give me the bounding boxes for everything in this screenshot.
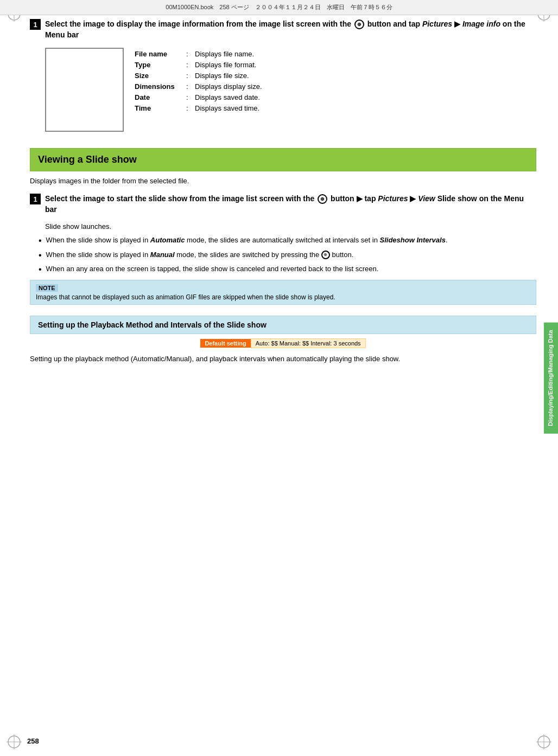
header-text: 00M1000EN.book 258 ページ ２００４年１１月２４日 水曜日 午… bbox=[166, 3, 392, 11]
value-filename: Displays file name. bbox=[195, 50, 262, 58]
note-text: Images that cannot be displayed such as … bbox=[36, 293, 530, 301]
colon-dimensions: : bbox=[186, 82, 195, 91]
section-slideshow-header: Viewing a Slide show bbox=[30, 148, 536, 171]
info-row-date: Date : Displays saved date. bbox=[135, 93, 262, 101]
colon-date: : bbox=[186, 93, 195, 101]
step1-number: 1 bbox=[30, 19, 41, 30]
label-date: Date bbox=[135, 93, 186, 101]
default-setting-badge: Default setting bbox=[200, 339, 250, 348]
bullet-dot-1: • bbox=[39, 235, 42, 246]
bullet-item-1: • When the slide show is played in Autom… bbox=[39, 235, 536, 246]
launch-text: Slide show launches. bbox=[45, 222, 536, 230]
bullet-text-3: When an any area on the screen is tapped… bbox=[46, 264, 536, 274]
section-slideshow-title: Viewing a Slide show bbox=[38, 154, 137, 165]
section-playback-header: Setting up the Playback Method and Inter… bbox=[30, 316, 536, 334]
nav-icon-3: ⊕ bbox=[321, 251, 330, 259]
info-row-dimensions: Dimensions : Displays display size. bbox=[135, 82, 262, 91]
pictures-italic-2: Pictures bbox=[378, 194, 408, 203]
step2-number: 1 bbox=[30, 194, 41, 204]
bullet-list: • When the slide show is played in Autom… bbox=[39, 235, 536, 274]
nav-icon-2: ⊕ bbox=[318, 194, 327, 204]
bullet-text-1: When the slide show is played in Automat… bbox=[46, 235, 536, 246]
info-row-size: Size : Displays file size. bbox=[135, 72, 262, 80]
image-info-italic: Image info bbox=[462, 20, 500, 28]
corner-mark-br bbox=[536, 734, 551, 749]
colon-size: : bbox=[186, 72, 195, 80]
default-setting-bar: Default setting Auto: $$ Manual: $$ Inte… bbox=[30, 338, 536, 348]
label-type: Type bbox=[135, 61, 186, 69]
step1-header: 1 Select the image to display the image … bbox=[30, 19, 536, 40]
note-label: NOTE bbox=[36, 284, 58, 292]
info-row-time: Time : Displays saved time. bbox=[135, 104, 262, 112]
nav-icon-1: ⊕ bbox=[354, 20, 364, 29]
info-row-filename: File name : Displays file name. bbox=[135, 50, 262, 58]
label-filename: File name bbox=[135, 50, 186, 58]
setting-desc: Setting up the playback method (Automati… bbox=[30, 354, 536, 364]
info-area: File name : Displays file name. Type : D… bbox=[45, 48, 536, 132]
header-bar: 00M1000EN.book 258 ページ ２００４年１１月２４日 水曜日 午… bbox=[0, 0, 558, 15]
view-italic: View bbox=[418, 194, 435, 203]
step1-title: Select the image to display the image in… bbox=[45, 19, 536, 40]
slideshow-desc: Displays images in the folder from the s… bbox=[30, 177, 536, 185]
label-dimensions: Dimensions bbox=[135, 82, 186, 91]
info-row-type: Type : Displays file format. bbox=[135, 61, 262, 69]
corner-mark-bl bbox=[7, 734, 22, 749]
default-setting-value: Auto: $$ Manual: $$ Interval: 3 seconds bbox=[251, 338, 366, 348]
note-box: NOTE Images that cannot be displayed suc… bbox=[30, 280, 536, 305]
info-table: File name : Displays file name. Type : D… bbox=[135, 48, 262, 132]
bullet-dot-3: • bbox=[39, 264, 42, 274]
side-tab: Displaying/Editing/Managing Data bbox=[544, 322, 558, 433]
pictures-italic: Pictures bbox=[422, 20, 452, 28]
label-time: Time bbox=[135, 104, 186, 112]
colon-filename: : bbox=[186, 50, 195, 58]
bullet-item-2: • When the slide show is played in Manua… bbox=[39, 249, 536, 260]
colon-time: : bbox=[186, 104, 195, 112]
page-number: 258 bbox=[27, 737, 39, 745]
bullet-text-2: When the slide show is played in Manual … bbox=[46, 249, 536, 260]
colon-type: : bbox=[186, 61, 195, 69]
value-time: Displays saved time. bbox=[195, 104, 262, 112]
value-type: Displays file format. bbox=[195, 61, 262, 69]
section-playback-title: Setting up the Playback Method and Inter… bbox=[38, 321, 267, 329]
image-placeholder bbox=[45, 48, 124, 132]
main-content: 1 Select the image to display the image … bbox=[30, 19, 536, 729]
step2-title: Select the image to start the slide show… bbox=[45, 194, 536, 215]
value-dimensions: Displays display size. bbox=[195, 82, 262, 91]
bullet-dot-2: • bbox=[39, 250, 42, 260]
label-size: Size bbox=[135, 72, 186, 80]
value-date: Displays saved date. bbox=[195, 93, 262, 101]
bullet-item-3: • When an any area on the screen is tapp… bbox=[39, 264, 536, 274]
step2-header: 1 Select the image to start the slide sh… bbox=[30, 194, 536, 215]
value-size: Displays file size. bbox=[195, 72, 262, 80]
